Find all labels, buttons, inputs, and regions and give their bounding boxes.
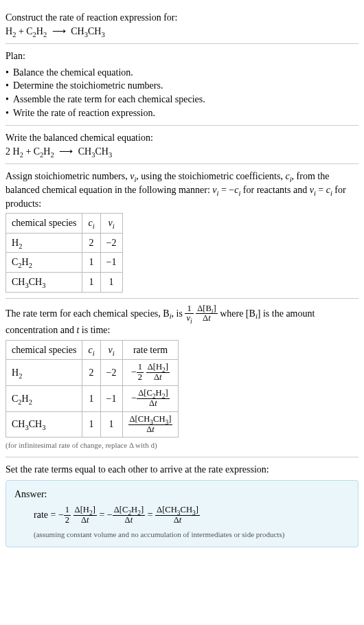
table-row: C2H2 1 −1 <box>6 253 123 273</box>
text-fragment: The rate term for each chemical species,… <box>5 308 170 318</box>
table-row: CH3CH3 1 1 <box>6 272 123 292</box>
balanced-section: Write the balanced chemical equation: 2 … <box>5 126 359 164</box>
species-cell: CH3CH3 <box>6 411 82 438</box>
plan-list: Balance the chemical equation. Determine… <box>5 66 359 120</box>
c-cell: 2 <box>82 360 100 386</box>
c-cell: 2 <box>82 233 100 253</box>
nu-cell: 1 <box>100 411 122 438</box>
c-cell: 1 <box>82 386 100 412</box>
answer-note: (assuming constant volume and no accumul… <box>34 530 350 540</box>
table-header: chemical species <box>6 340 82 360</box>
table-header: νi <box>100 340 122 360</box>
text-fragment: , is <box>172 308 185 318</box>
rate-expression: rate = −12 Δ[H2]Δt = −Δ[C2H2]Δt = Δ[CH3C… <box>34 505 350 525</box>
stoichiometry-table: chemical species ci νi H2 2 −2 C2H2 1 −1… <box>5 213 123 292</box>
problem-title: Construct the rate of reaction expressio… <box>5 11 359 25</box>
nu-cell: −2 <box>100 233 122 253</box>
nu-cell: −1 <box>100 386 122 412</box>
table-row: C2H2 1 −1 −Δ[C2H2]Δt <box>6 386 179 412</box>
plan-title: Plan: <box>5 49 359 63</box>
species-cell: C2H2 <box>6 253 82 273</box>
list-item: Determine the stoichiometric numbers. <box>5 79 359 93</box>
plan-item-text: Assemble the rate term for each chemical… <box>13 93 205 106</box>
table-header: ci <box>82 340 100 360</box>
species-cell: H2 <box>6 360 82 386</box>
rate-term-cell: Δ[CH3CH3]Δt <box>122 411 179 438</box>
list-item: Balance the chemical equation. <box>5 66 359 80</box>
c-cell: 1 <box>82 253 100 273</box>
final-section: Set the rate terms equal to each other t… <box>5 457 359 553</box>
unbalanced-equation: H2 + C2H2 ⟶ CH3CH3 <box>5 25 359 38</box>
plan-item-text: Balance the chemical equation. <box>13 66 133 80</box>
text-fragment: , using the stoichiometric coefficients, <box>136 171 285 181</box>
balanced-equation: 2 H2 + C2H2 ⟶ CH3CH3 <box>5 145 359 159</box>
c-cell: 1 <box>82 411 100 438</box>
plan-item-text: Determine the stoichiometric numbers. <box>13 79 163 93</box>
rate-term-table: chemical species ci νi rate term H2 2 −2… <box>5 340 179 438</box>
stoich-text: Assign stoichiometric numbers, νi, using… <box>5 170 359 210</box>
nu-cell: −1 <box>100 253 122 273</box>
list-item: Write the rate of reaction expression. <box>5 106 359 120</box>
table-header: νi <box>100 214 122 234</box>
balanced-title: Write the balanced chemical equation: <box>5 131 359 145</box>
rate-term-section: The rate term for each chemical species,… <box>5 299 359 457</box>
stoichiometry-section: Assign stoichiometric numbers, νi, using… <box>5 164 359 298</box>
species-cell: H2 <box>6 233 82 253</box>
c-cell: 1 <box>82 272 100 292</box>
table-header: ci <box>82 214 100 234</box>
table-row: CH3CH3 1 1 Δ[CH3CH3]Δt <box>6 411 179 438</box>
answer-label: Answer: <box>14 488 350 501</box>
plan-section: Plan: Balance the chemical equation. Det… <box>5 44 359 126</box>
rate-term-cell: −Δ[C2H2]Δt <box>122 386 179 412</box>
rate-term-cell: −12 Δ[H2]Δt <box>122 360 179 386</box>
species-cell: CH3CH3 <box>6 272 82 292</box>
text-fragment: for reactants and <box>240 185 309 195</box>
final-text: Set the rate terms equal to each other t… <box>5 463 359 477</box>
arrow-icon: ⟶ <box>52 25 66 38</box>
text-fragment: Assign stoichiometric numbers, <box>5 171 130 181</box>
table-row: H2 2 −2 −12 Δ[H2]Δt <box>6 360 179 386</box>
problem-section: Construct the rate of reaction expressio… <box>5 5 359 44</box>
arrow-icon: ⟶ <box>59 145 73 159</box>
table-header-row: chemical species ci νi rate term <box>6 340 179 360</box>
table-header-row: chemical species ci νi <box>6 214 123 234</box>
table-row: H2 2 −2 <box>6 233 123 253</box>
text-fragment: where [B <box>218 308 255 318</box>
infinitesimal-note: (for infinitesimal rate of change, repla… <box>5 440 359 451</box>
list-item: Assemble the rate term for each chemical… <box>5 93 359 106</box>
answer-box: Answer: rate = −12 Δ[H2]Δt = −Δ[C2H2]Δt … <box>5 480 359 547</box>
species-cell: C2H2 <box>6 386 82 412</box>
table-header: chemical species <box>6 214 82 234</box>
nu-cell: −2 <box>100 360 122 386</box>
text-fragment: is time: <box>79 325 110 335</box>
nu-cell: 1 <box>100 272 122 292</box>
table-header: rate term <box>122 340 179 360</box>
plan-item-text: Write the rate of reaction expression. <box>13 106 155 120</box>
rate-term-text: The rate term for each chemical species,… <box>5 304 359 337</box>
